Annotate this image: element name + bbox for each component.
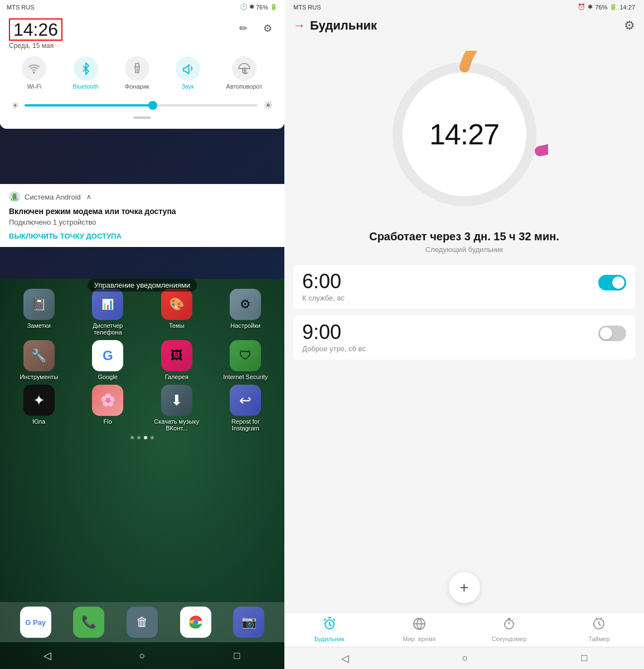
left-panel: MTS RUS 🕐 ✱ 76% 🔋 14:26 Среда, 15 мая bbox=[0, 0, 284, 669]
clock-ring-container: 14:27 bbox=[381, 51, 548, 218]
themes-label: Темы bbox=[169, 322, 185, 329]
alarm-1-knob bbox=[612, 277, 624, 289]
page-indicators bbox=[4, 436, 280, 439]
autorotate-icon-circle bbox=[232, 56, 256, 81]
edit-icon-btn[interactable]: ✏ bbox=[235, 21, 251, 36]
dock-phone[interactable]: 📞 bbox=[73, 607, 104, 638]
bluetooth-toggle[interactable]: Bluetooth bbox=[72, 56, 98, 90]
alarm-2-time: 9:00 bbox=[302, 322, 366, 342]
tab-timer[interactable]: Таймер bbox=[554, 617, 644, 642]
home-button-right[interactable]: ○ bbox=[462, 652, 468, 664]
dock-chrome[interactable] bbox=[180, 607, 211, 638]
bluetooth-icon-circle bbox=[74, 56, 98, 81]
notif-action-btn[interactable]: ВЫКЛЮЧИТЬ ТОЧКУ ДОСТУПА bbox=[9, 232, 275, 240]
time-date-block: 14:26 Среда, 15 мая bbox=[9, 18, 62, 50]
carrier-right: MTS RUS bbox=[293, 4, 321, 11]
brightness-high-icon: ☀ bbox=[263, 99, 273, 112]
right-status-bar: MTS RUS ⏰ ✱ 76% 🔋 14:27 bbox=[284, 0, 644, 14]
home-button-left[interactable]: ○ bbox=[129, 642, 156, 669]
flashlight-label: Фонарик bbox=[125, 83, 149, 90]
repost-icon: ↩ bbox=[230, 385, 261, 416]
music-dl-label: Скачать музыку ВКонт... bbox=[152, 418, 202, 432]
sound-icon-circle bbox=[176, 56, 200, 81]
gallery-icon: 🖼 bbox=[161, 340, 192, 371]
alarm-2-info: 9:00 Доброе утро, сб вс bbox=[302, 322, 366, 353]
phone-manager-label: Диспетчер телефона bbox=[83, 322, 133, 336]
tools-icon: 🔧 bbox=[23, 340, 55, 371]
dock-trash[interactable]: 🗑 bbox=[127, 607, 158, 638]
alarm-1-toggle[interactable] bbox=[598, 275, 626, 290]
brightness-low-icon: ☀ bbox=[11, 100, 19, 111]
tab-stopwatch[interactable]: Секундомер bbox=[464, 617, 554, 642]
dot-4 bbox=[151, 436, 154, 439]
flashlight-toggle[interactable]: Фонарик bbox=[125, 56, 149, 90]
alarm-1-info: 6:00 К службе, вс bbox=[302, 272, 345, 302]
pencil-icon: ✏ bbox=[239, 22, 248, 35]
brightness-slider[interactable] bbox=[25, 104, 258, 106]
flo-icon: 🌸 bbox=[92, 385, 123, 416]
sound-label: Звук bbox=[181, 83, 194, 90]
back-button-left[interactable]: ◁ bbox=[34, 642, 61, 669]
app-security[interactable]: 🛡 Internet Security bbox=[220, 340, 270, 380]
tab-alarm-label: Будильник bbox=[314, 636, 345, 642]
battery-icon-right: 🔋 bbox=[609, 3, 617, 11]
app-notes[interactable]: 📓 Заметки bbox=[14, 289, 64, 336]
app-tools[interactable]: 🔧 Инструменты bbox=[14, 340, 64, 380]
alarm-title-row: → Будильник bbox=[293, 18, 377, 33]
alarm-2-knob bbox=[600, 327, 612, 340]
bt-icon-right: ✱ bbox=[588, 3, 593, 11]
tab-timer-icon bbox=[592, 617, 606, 634]
right-nav-bar: ◁ ○ □ bbox=[284, 647, 644, 669]
settings-gear-btn[interactable]: ⚙ bbox=[624, 18, 635, 33]
arrow-icon: → bbox=[293, 18, 306, 33]
add-button-row: + bbox=[284, 563, 644, 612]
settings-icon-btn[interactable]: ⚙ bbox=[260, 21, 275, 36]
google-icon: G bbox=[92, 340, 123, 371]
clock-time-display: 14:27 bbox=[429, 118, 499, 151]
tab-stopwatch-icon bbox=[502, 617, 516, 634]
wifi-icon-circle bbox=[22, 56, 46, 81]
quick-panel-header: 14:26 Среда, 15 мая ✏ ⚙ bbox=[9, 18, 275, 50]
brightness-thumb bbox=[148, 101, 157, 110]
flashlight-icon-circle bbox=[125, 56, 149, 81]
add-alarm-button[interactable]: + bbox=[449, 572, 480, 603]
dock-gpay[interactable]: G Pay bbox=[20, 607, 51, 638]
app-flo[interactable]: 🌸 Flo bbox=[83, 385, 133, 432]
left-status-bar: MTS RUS 🕐 ✱ 76% 🔋 bbox=[0, 0, 284, 13]
notification-panel: MTS RUS 🕐 ✱ 76% 🔋 14:26 Среда, 15 мая bbox=[0, 0, 284, 129]
clock-icon: 🕐 bbox=[240, 3, 248, 11]
wifi-toggle[interactable]: Wi-Fi bbox=[22, 56, 46, 90]
status-right-icons: 🕐 ✱ 76% 🔋 bbox=[240, 3, 278, 11]
tab-alarm[interactable]: Будильник bbox=[284, 617, 374, 642]
app-google[interactable]: G Google bbox=[83, 340, 133, 380]
dock-camera[interactable]: 📷 bbox=[233, 607, 264, 638]
recents-button-right[interactable]: □ bbox=[582, 652, 588, 664]
settings-label: Настройки bbox=[230, 322, 260, 329]
tab-world-label: Мир. время bbox=[403, 636, 435, 642]
tab-timer-label: Таймер bbox=[588, 636, 609, 642]
dot-1 bbox=[130, 436, 134, 439]
panel-icons-right: ✏ ⚙ bbox=[235, 21, 275, 36]
app-themes[interactable]: 🎨 Темы bbox=[152, 289, 202, 336]
app-music-dl[interactable]: ⬇ Скачать музыку ВКонт... bbox=[152, 385, 202, 432]
autorotate-toggle[interactable]: Автоповорот bbox=[226, 56, 263, 90]
tab-world[interactable]: Мир. время bbox=[374, 617, 464, 642]
sound-toggle[interactable]: Звук bbox=[176, 56, 200, 90]
manage-notif-text[interactable]: Управление уведомлениями bbox=[88, 279, 197, 292]
app-phone-manager[interactable]: 📊 Диспетчер телефона bbox=[83, 289, 133, 336]
time-display-box: 14:26 bbox=[9, 18, 62, 41]
back-button-right[interactable]: ◁ bbox=[341, 652, 349, 665]
next-alarm-label: Следующий будильник bbox=[293, 245, 635, 254]
apps-row-3: ✦ Юла 🌸 Flo ⬇ Скачать музыку ВКонт... ↩ … bbox=[4, 385, 280, 432]
svg-point-4 bbox=[193, 619, 198, 624]
tab-alarm-icon bbox=[323, 617, 336, 634]
app-yula[interactable]: ✦ Юла bbox=[14, 385, 64, 432]
app-settings[interactable]: ⚙ Настройки bbox=[220, 289, 270, 336]
security-icon: 🛡 bbox=[230, 340, 261, 371]
tab-world-icon bbox=[413, 617, 426, 634]
alarm-2-desc: Доброе утро, сб вс bbox=[302, 345, 366, 353]
recents-button-left[interactable]: □ bbox=[224, 642, 250, 669]
app-repost[interactable]: ↩ Repost for Instagram bbox=[220, 385, 270, 432]
alarm-2-toggle[interactable] bbox=[598, 326, 626, 341]
app-gallery[interactable]: 🖼 Галерея bbox=[152, 340, 202, 380]
